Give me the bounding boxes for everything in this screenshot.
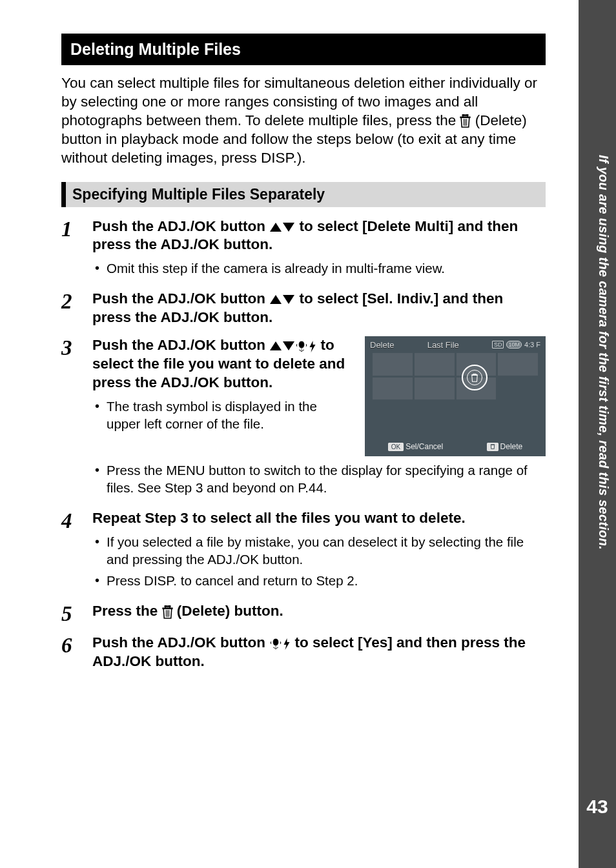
figure-sd-badge: SD bbox=[492, 341, 504, 348]
step-3-bullet-2: Press the MENU button to switch to the d… bbox=[107, 461, 546, 496]
step-2: 2 Push the ADJ./OK button to select [Sel… bbox=[61, 290, 546, 327]
intro-paragraph: You can select multiple files for simult… bbox=[61, 74, 546, 168]
page-number: 43 bbox=[582, 796, 612, 818]
step-4: 4 Repeat Step 3 to select all the files … bbox=[61, 509, 546, 593]
step-5-heading-pre: Press the bbox=[92, 603, 162, 619]
step-number-4: 4 bbox=[61, 509, 92, 593]
triangle-down-icon bbox=[283, 223, 294, 232]
step-5-heading: Press the (Delete) button. bbox=[92, 602, 546, 621]
figure-cell bbox=[415, 353, 455, 376]
figure-delete-label: Delete bbox=[370, 340, 395, 350]
subsection-heading: Specifying Multiple Files Separately bbox=[61, 182, 546, 207]
figure-trash-key-icon bbox=[487, 443, 498, 451]
step-6-heading-pre: Push the ADJ./OK button bbox=[92, 634, 269, 651]
figure-top-bar: Delete Last File SD 10M 4:3 F bbox=[366, 340, 544, 350]
sidebar: If you are using the camera for the firs… bbox=[579, 0, 616, 868]
figure-sel-cancel: OKSel/Cancel bbox=[388, 442, 443, 451]
figure-delete-action: Delete bbox=[487, 442, 523, 451]
triangle-up-icon bbox=[270, 223, 282, 232]
step-2-body: Push the ADJ./OK button to select [Sel. … bbox=[92, 290, 546, 327]
step-3-list: The trash symbol is displayed in the upp… bbox=[92, 398, 353, 432]
macro-icon bbox=[295, 337, 308, 356]
step-3-body: Push the ADJ./OK button to select the fi… bbox=[92, 336, 546, 500]
triangle-down-icon bbox=[283, 341, 294, 350]
svg-marker-7 bbox=[284, 638, 290, 650]
page: If you are using the camera for the firs… bbox=[0, 0, 616, 868]
step-6: 6 Push the ADJ./OK button to select [Yes… bbox=[61, 634, 546, 671]
step-3-row: Push the ADJ./OK button to select the fi… bbox=[92, 336, 546, 456]
step-number-6: 6 bbox=[61, 634, 92, 671]
figure-sel-cancel-label: Sel/Cancel bbox=[406, 442, 443, 451]
step-4-body: Repeat Step 3 to select all the files yo… bbox=[92, 509, 546, 593]
figure-res-badge: 10M bbox=[506, 341, 522, 348]
step-number-1: 1 bbox=[61, 217, 92, 281]
step-3-list-2: Press the MENU button to switch to the d… bbox=[92, 461, 546, 496]
camera-screen-figure: Delete Last File SD 10M 4:3 F bbox=[365, 336, 546, 456]
step-5-heading-post: (Delete) button. bbox=[177, 603, 283, 619]
figure-cell-empty bbox=[373, 401, 413, 424]
figure-cell bbox=[373, 353, 413, 376]
figure-ok-key: OK bbox=[388, 443, 404, 451]
triangle-up-icon bbox=[270, 341, 282, 350]
content: Deleting Multiple Files You can select m… bbox=[61, 34, 546, 680]
step-3-heading: Push the ADJ./OK button to select the fi… bbox=[92, 336, 353, 392]
step-1-heading: Push the ADJ./OK button to select [Delet… bbox=[92, 217, 546, 255]
sidebar-section-label: If you are using the camera for the firs… bbox=[585, 155, 611, 607]
step-5-body: Press the (Delete) button. bbox=[92, 602, 546, 625]
step-4-bullet-1: If you selected a file by mistake, you c… bbox=[107, 533, 546, 568]
figure-ratio: 4:3 F bbox=[524, 341, 540, 348]
figure-cell bbox=[498, 353, 538, 376]
svg-marker-3 bbox=[310, 341, 316, 352]
step-1-bullet-1: Omit this step if the camera is already … bbox=[107, 259, 546, 277]
flash-icon bbox=[282, 634, 291, 653]
figure-cell-empty bbox=[415, 401, 455, 424]
step-4-bullet-2: Press DISP. to cancel and return to Step… bbox=[107, 572, 546, 589]
figure-cell-empty bbox=[457, 401, 497, 424]
flash-icon bbox=[308, 337, 316, 356]
step-6-body: Push the ADJ./OK button to select [Yes] … bbox=[92, 634, 546, 671]
step-3-left: Push the ADJ./OK button to select the fi… bbox=[92, 336, 353, 456]
step-2-heading-pre: Push the ADJ./OK button bbox=[92, 290, 269, 307]
step-3-bullet-1: The trash symbol is displayed in the upp… bbox=[107, 398, 353, 432]
triangle-down-icon bbox=[283, 295, 294, 304]
figure-bottom-bar: OKSel/Cancel Delete bbox=[366, 442, 544, 451]
figure-thumbnail-grid bbox=[373, 353, 538, 424]
step-2-heading: Push the ADJ./OK button to select [Sel. … bbox=[92, 290, 546, 327]
figure-cell-empty bbox=[498, 378, 538, 400]
step-4-heading: Repeat Step 3 to select all the files yo… bbox=[92, 509, 546, 528]
triangle-up-icon bbox=[270, 295, 282, 304]
step-1-body: Push the ADJ./OK button to select [Delet… bbox=[92, 217, 546, 281]
figure-trash-selection-icon bbox=[467, 370, 482, 385]
step-3-heading-pre: Push the ADJ./OK button bbox=[92, 337, 269, 353]
step-number-5: 5 bbox=[61, 602, 92, 625]
macro-icon bbox=[269, 634, 282, 653]
figure-selection-ring bbox=[462, 365, 488, 390]
step-1-list: Omit this step if the camera is already … bbox=[92, 259, 546, 277]
step-6-heading: Push the ADJ./OK button to select [Yes] … bbox=[92, 634, 546, 671]
figure-cell bbox=[373, 378, 413, 400]
step-5: 5 Press the (Delete) button. bbox=[61, 602, 546, 625]
figure-cell bbox=[415, 378, 455, 400]
figure-delete-label-bottom: Delete bbox=[500, 442, 523, 451]
section-heading: Deleting Multiple Files bbox=[61, 34, 546, 65]
trash-icon bbox=[460, 112, 471, 130]
step-number-2: 2 bbox=[61, 290, 92, 327]
step-3: 3 Push the ADJ./OK button to select the … bbox=[61, 336, 546, 500]
trash-icon bbox=[162, 603, 173, 621]
step-1-heading-pre: Push the ADJ./OK button bbox=[92, 218, 269, 234]
step-4-list: If you selected a file by mistake, you c… bbox=[92, 533, 546, 589]
figure-cell-empty bbox=[498, 401, 538, 424]
figure-last-file-label: Last File bbox=[427, 340, 459, 350]
step-1: 1 Push the ADJ./OK button to select [Del… bbox=[61, 217, 546, 281]
figure-status: SD 10M 4:3 F bbox=[492, 341, 540, 348]
step-number-3: 3 bbox=[61, 336, 92, 500]
